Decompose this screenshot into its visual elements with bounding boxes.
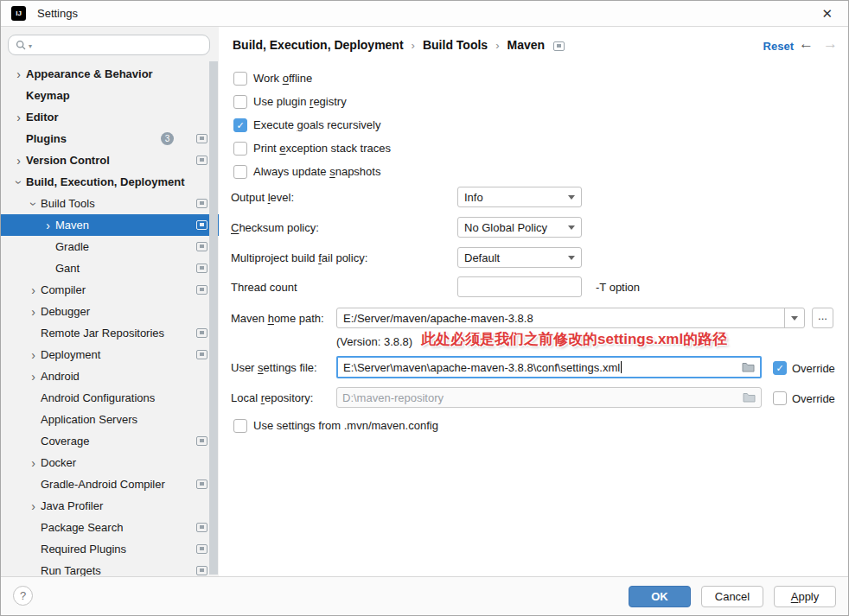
sidebar-item-build-tools[interactable]: › Build Tools [1,193,219,214]
user-settings-file-input[interactable]: E:\Server\maven\apache-maven-3.8.8\conf\… [336,356,762,378]
chevron-icon[interactable]: › [28,371,39,383]
combobox-arrow-button[interactable] [784,308,804,327]
sidebar-scrollbar[interactable] [209,61,218,575]
checkbox-execute-goals-recursively[interactable]: ✓ Execute goals recursively [233,117,380,132]
select-value: No Global Policy [464,221,547,234]
checksum-policy-select[interactable]: No Global Policy [457,217,582,238]
checkbox-use-mvn-config[interactable]: Use settings from .mvn/maven.config [233,418,438,433]
search-caret-icon[interactable]: ▾ [29,42,32,50]
chevron-icon[interactable]: › [28,457,39,469]
folder-icon [743,392,761,403]
sidebar-item-maven[interactable]: › Maven [1,214,219,236]
breadcrumb-item[interactable]: Build, Execution, Deployment [233,38,404,52]
output-level-select[interactable]: Info [457,187,582,207]
sidebar-item-label: Plugins [26,132,67,145]
sidebar-item-docker[interactable]: › Docker [1,452,219,473]
checkbox-label: Work offline [253,72,312,85]
checkbox-use-plugin-registry[interactable]: Use plugin registry [233,94,347,109]
dropdown-arrow-icon [568,225,575,230]
help-button[interactable]: ? [13,586,33,606]
override-label: Override [792,392,835,405]
sidebar-item-build-execution-deployment[interactable]: › Build, Execution, Deployment [1,171,219,193]
checkbox-box[interactable] [233,72,247,86]
checkbox-box[interactable] [233,165,247,179]
sidebar-item-android-configurations[interactable]: Android Configurations [1,387,219,409]
sidebar-item-label: Required Plugins [41,543,126,556]
sidebar-item-package-search[interactable]: Package Search [1,517,219,538]
screen-icon [196,220,207,230]
checkbox-label: Use plugin registry [253,95,347,108]
sidebar-item-keymap[interactable]: Keymap [1,85,219,106]
checkbox-work-offline[interactable]: Work offline [233,71,312,86]
sidebar-item-run-targets[interactable]: Run Targets [1,560,219,576]
sidebar-item-version-control[interactable]: › Version Control [1,149,219,171]
sidebar-item-label: Debugger [41,305,90,318]
chevron-icon[interactable]: › [13,111,24,124]
back-arrow-icon[interactable]: ← [799,36,814,51]
breadcrumb-item[interactable]: Build Tools [423,38,488,52]
sidebar-item-application-servers[interactable]: Application Servers [1,409,219,430]
settings-window: IJ Settings ✕ ▾ › Appearance & Behavior … [0,0,849,616]
ok-button[interactable]: OK [629,586,691,607]
chevron-icon[interactable]: › [13,176,25,187]
chevron-icon[interactable]: › [13,68,24,80]
chevron-icon[interactable]: › [13,155,24,167]
user-settings-override[interactable]: ✓ Override [773,361,835,375]
maven-home-combobox[interactable]: E:/Server/maven/apache-maven-3.8.8 [336,308,805,328]
sidebar-item-required-plugins[interactable]: Required Plugins [1,538,219,560]
chevron-icon[interactable]: › [28,349,39,361]
sidebar-item-gradle[interactable]: Gradle [1,236,219,257]
sidebar-item-deployment[interactable]: › Deployment [1,344,219,365]
checkbox-box[interactable]: ✓ [233,118,247,132]
thread-count-input[interactable] [457,276,582,297]
local-repository-override[interactable]: Override [773,391,835,405]
sidebar-item-java-profiler[interactable]: › Java Profiler [1,495,219,517]
sidebar-item-label: Maven [55,219,89,232]
input-value: D:\maven-repository [337,391,743,404]
checkbox-label: Use settings from .mvn/maven.config [253,419,438,432]
sidebar-item-remote-jar-repositories[interactable]: Remote Jar Repositories [1,322,219,344]
close-icon[interactable]: ✕ [816,6,838,22]
sidebar-item-gant[interactable]: Gant [1,257,219,279]
breadcrumb-item[interactable]: Maven [507,38,545,52]
chevron-icon[interactable]: › [28,284,39,296]
checkbox-box[interactable] [233,142,247,156]
checkbox-box[interactable] [773,391,787,405]
search-icon [16,40,27,51]
sidebar-item-editor[interactable]: › Editor [1,106,219,128]
sidebar-item-debugger[interactable]: › Debugger [1,301,219,322]
checkbox-box[interactable] [233,95,247,109]
reset-link[interactable]: Reset [763,40,794,53]
sidebar-item-gradle-android-compiler[interactable]: Gradle-Android Compiler [1,473,219,495]
settings-search-input[interactable]: ▾ [8,35,210,55]
chevron-icon[interactable]: › [42,219,54,232]
chevron-icon[interactable]: › [28,198,40,209]
checkbox-always-update-snapshots[interactable]: Always update snapshots [233,164,380,179]
sidebar-item-label: Keymap [26,89,70,102]
input-value: E:\Server\maven\apache-maven-3.8.8\conf\… [338,361,742,374]
sidebar-item-appearance-behavior[interactable]: › Appearance & Behavior [1,63,219,85]
sidebar-item-compiler[interactable]: › Compiler [1,279,219,301]
sidebar-item-coverage[interactable]: Coverage [1,430,219,452]
checkbox-label: Print exception stack traces [253,142,391,155]
browse-button[interactable]: ... [812,308,833,328]
chevron-icon[interactable]: › [28,500,39,512]
checkbox-print-exception-stack-traces[interactable]: Print exception stack traces [233,141,391,156]
screen-icon [196,350,207,359]
cancel-button[interactable]: Cancel [701,586,763,607]
multiproject-fail-policy-select[interactable]: Default [457,247,582,268]
chevron-icon[interactable]: › [28,306,39,318]
folder-icon[interactable] [742,362,760,372]
sidebar-item-label: Coverage [41,435,89,448]
checkbox-box[interactable]: ✓ [773,361,787,375]
apply-button[interactable]: Apply [774,586,836,607]
screen-icon [196,436,207,446]
checkbox-box[interactable] [233,419,247,433]
sidebar-item-label: Deployment [41,348,100,361]
screen-icon [196,264,207,273]
sidebar-item-plugins[interactable]: Plugins 3 [1,128,219,149]
intellij-logo-icon: IJ [11,6,26,21]
sidebar-item-android[interactable]: › Android [1,365,219,387]
local-repository-input: D:\maven-repository [336,387,762,408]
settings-sidebar: ▾ › Appearance & Behavior Keymap › Edito… [1,27,219,576]
